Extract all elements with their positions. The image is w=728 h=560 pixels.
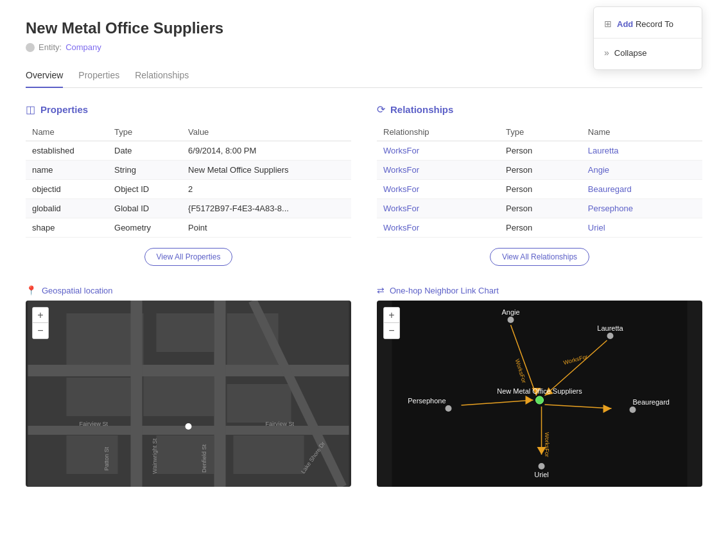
prop-name-cell: shape [26, 218, 108, 238]
relationships-section: ⟳ Relationships Relationship Type Name W… [377, 103, 702, 266]
view-all-relationships-button[interactable]: View All Relationships [490, 248, 589, 266]
table-row: WorksFor Person Uriel [377, 218, 702, 238]
prop-value-cell: Point [182, 218, 351, 238]
entity-label: Entity: [39, 42, 62, 52]
table-row: objectid Object ID 2 [26, 180, 351, 199]
rel-type-cell: Person [499, 141, 582, 161]
rel-col-relationship: Relationship [377, 123, 499, 141]
svg-text:Uriel: Uriel [534, 471, 549, 478]
properties-header: ◫ Properties [26, 103, 351, 116]
map-zoom-out-button[interactable]: − [33, 323, 48, 338]
dropdown-divider [594, 38, 702, 39]
rel-name-cell[interactable]: Beauregard [582, 180, 702, 199]
svg-text:Persephone: Persephone [408, 397, 446, 405]
relationships-title: Relationships [390, 104, 453, 115]
rel-relationship-cell[interactable]: WorksFor [377, 218, 499, 238]
geospatial-header: 📍 Geospatial location [26, 285, 351, 295]
add-record-icon: ⊞ [604, 19, 612, 29]
table-row: WorksFor Person Angie [377, 161, 702, 180]
properties-section: ◫ Properties Name Type Value established… [26, 103, 351, 266]
tab-properties[interactable]: Properties [78, 65, 119, 88]
prop-value-cell: {F5172B97-F4E3-4A83-8... [182, 199, 351, 218]
properties-title: Properties [40, 104, 88, 115]
prop-value-cell: 6/9/2014, 8:00 PM [182, 141, 351, 161]
add-record-label: Add Record To [617, 19, 673, 29]
collapse-menu-item[interactable]: » Collapse [594, 41, 702, 64]
rel-col-name: Name [582, 123, 702, 141]
rel-relationship-cell[interactable]: WorksFor [377, 161, 499, 180]
rel-relationship-cell[interactable]: WorksFor [377, 199, 499, 218]
rel-name-cell[interactable]: Uriel [582, 218, 702, 238]
table-row: established Date 6/9/2014, 8:00 PM [26, 141, 351, 161]
map-svg: Fairview St Fairview St Patton St Wainwr… [26, 301, 351, 487]
prop-name-cell: established [26, 141, 108, 161]
graph-zoom-out-button[interactable]: − [384, 323, 399, 338]
svg-text:Patton St: Patton St [103, 446, 110, 471]
prop-name-cell: name [26, 161, 108, 180]
table-row: WorksFor Person Beauregard [377, 180, 702, 199]
svg-text:Fairview St: Fairview St [80, 421, 108, 427]
prop-col-name: Name [26, 123, 108, 141]
geospatial-section: 📍 Geospatial location + − [26, 285, 351, 487]
svg-point-44 [539, 463, 545, 469]
svg-rect-6 [227, 384, 291, 423]
rel-col-type: Type [499, 123, 582, 141]
collapse-icon: » [604, 48, 609, 58]
prop-value-cell: New Metal Office Suppliers [182, 161, 351, 180]
svg-rect-4 [67, 378, 131, 416]
svg-rect-7 [67, 435, 118, 474]
svg-rect-13 [214, 301, 226, 487]
svg-text:Lauretta: Lauretta [597, 324, 623, 332]
tab-relationships[interactable]: Relationships [135, 65, 189, 88]
neighbor-link-chart[interactable]: + − [377, 301, 702, 487]
dropdown-menu: ⊞ Add Record To » Collapse [593, 6, 702, 70]
geospatial-map[interactable]: + − [26, 301, 351, 487]
rel-type-cell: Person [499, 218, 582, 238]
map-zoom-in-button[interactable]: + [33, 308, 48, 323]
geospatial-title: Geospatial location [42, 286, 113, 295]
prop-value-cell: 2 [182, 180, 351, 199]
graph-zoom-in-button[interactable]: + [384, 308, 399, 323]
prop-name-cell: objectid [26, 180, 108, 199]
table-row: name String New Metal Office Suppliers [26, 161, 351, 180]
prop-type-cell: String [108, 161, 182, 180]
relationships-icon: ⟳ [377, 103, 385, 116]
graph-section: ⇄ One-hop Neighbor Link Chart + − [377, 285, 702, 487]
svg-rect-10 [28, 365, 349, 376]
graph-svg: WorksFor WorksFor WorksFor New Metal Off… [377, 301, 702, 487]
graph-title: One-hop Neighbor Link Chart [390, 286, 499, 295]
add-record-menu-item[interactable]: ⊞ Add Record To [594, 12, 702, 35]
map-zoom-controls: + − [32, 307, 49, 339]
view-all-properties-button[interactable]: View All Properties [144, 248, 233, 266]
entity-value: Company [65, 42, 101, 52]
svg-point-21 [186, 423, 192, 430]
svg-text:New Metal Office Suppliers: New Metal Office Suppliers [497, 387, 582, 395]
svg-text:Wainwright St: Wainwright St [152, 438, 158, 474]
rel-relationship-cell[interactable]: WorksFor [377, 180, 499, 199]
collapse-label: Collapse [614, 48, 647, 58]
prop-type-cell: Object ID [108, 180, 182, 199]
svg-text:Denfield St: Denfield St [201, 444, 207, 473]
svg-point-38 [508, 317, 514, 323]
location-pin-icon: 📍 [26, 285, 37, 295]
svg-text:Angie: Angie [501, 308, 519, 316]
svg-rect-2 [157, 313, 214, 352]
table-row: globalid Global ID {F5172B97-F4E3-4A83-8… [26, 199, 351, 218]
graph-header: ⇄ One-hop Neighbor Link Chart [377, 285, 702, 295]
rel-name-cell[interactable]: Persephone [582, 199, 702, 218]
svg-rect-12 [131, 301, 143, 487]
tab-overview[interactable]: Overview [26, 65, 63, 88]
relationships-table: Relationship Type Name WorksFor Person L… [377, 123, 702, 238]
relationships-header: ⟳ Relationships [377, 103, 702, 116]
properties-icon: ◫ [26, 103, 35, 116]
rel-name-cell[interactable]: Lauretta [582, 141, 702, 161]
rel-type-cell: Person [499, 180, 582, 199]
svg-point-46 [446, 405, 452, 412]
rel-relationship-cell[interactable]: WorksFor [377, 141, 499, 161]
graph-icon: ⇄ [377, 285, 385, 295]
rel-name-cell[interactable]: Angie [582, 161, 702, 180]
rel-type-cell: Person [499, 161, 582, 180]
svg-text:Beauregard: Beauregard [633, 398, 670, 406]
table-row: WorksFor Person Lauretta [377, 141, 702, 161]
prop-col-type: Type [108, 123, 182, 141]
